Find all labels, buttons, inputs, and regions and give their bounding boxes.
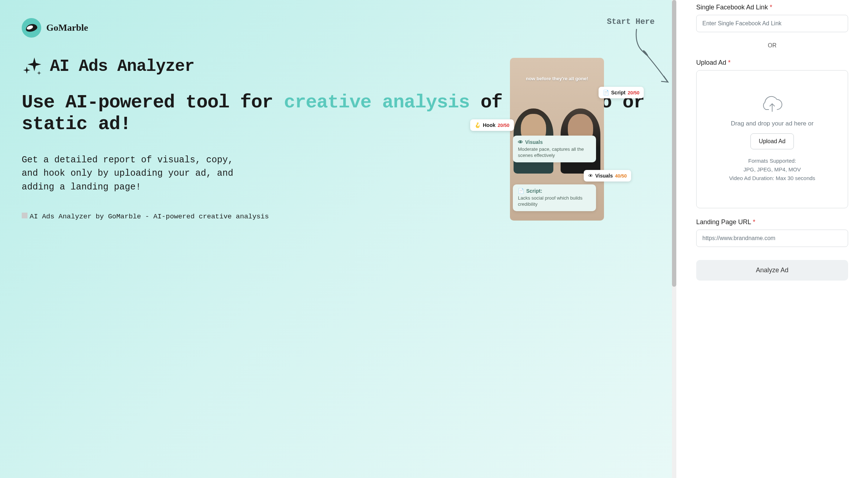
arrow-icon (629, 25, 673, 90)
hero-panel: GoMarble AI Ads Analyzer Use AI-powered … (0, 0, 676, 478)
cloud-upload-icon (762, 96, 783, 114)
fb-link-label: Single Facebook Ad Link * (696, 4, 848, 11)
brand-name: GoMarble (46, 22, 88, 33)
form-panel: Single Facebook Ad Link * OR Upload Ad *… (676, 0, 868, 478)
upload-label: Upload Ad * (696, 59, 848, 67)
upload-hint: Formats Supported: JPG, JPEG, MP4, MOV V… (729, 157, 815, 183)
analyze-button[interactable]: Analyze Ad (696, 260, 848, 281)
tag-visuals-score: 👁 Visuals 40/50 (584, 170, 631, 182)
upload-dropzone[interactable]: Drag and drop your ad here or Upload Ad … (696, 70, 848, 208)
upload-button[interactable]: Upload Ad (750, 133, 794, 149)
tag-script-detail: 📄 Script: Lacks social proof which build… (513, 184, 596, 211)
tag-hook: 🪝 Hook 20/50 (470, 119, 514, 131)
logo-mark-icon (22, 18, 41, 38)
landing-url-input[interactable] (696, 230, 848, 247)
scrollbar[interactable] (672, 0, 676, 478)
upload-drop-text: Drag and drop your ad here or (731, 119, 814, 128)
badge-image-icon (22, 213, 27, 218)
brand-logo[interactable]: GoMarble (22, 18, 655, 38)
tag-script: 📄 Script 20/50 (599, 87, 644, 98)
sparkle-icon (22, 56, 43, 77)
tag-visuals-detail: 👁 Visuals Moderate pace, captures all th… (513, 136, 596, 162)
page-title: AI Ads Analyzer (50, 57, 194, 76)
hero-subheading: Get a detailed report of visuals, copy, … (22, 153, 246, 194)
landing-url-label: Landing Page URL * (696, 218, 848, 226)
preview-caption: now before they're all gone! (515, 76, 599, 81)
fb-link-input[interactable] (696, 15, 848, 32)
badge-alt-text: AI Ads Analyzer by GoMarble - AI-powered… (30, 212, 269, 222)
ad-preview: now before they're all gone! 🪝 Hook 20/5… (510, 58, 604, 221)
or-divider: OR (696, 42, 848, 49)
